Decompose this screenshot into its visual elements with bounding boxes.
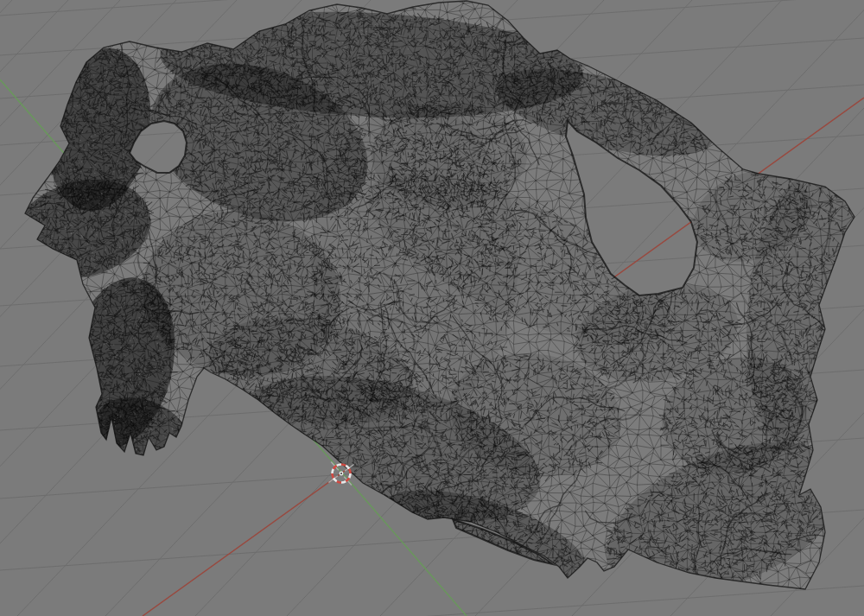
viewport-canvas[interactable] [0,0,864,616]
3d-viewport[interactable] [0,0,864,616]
